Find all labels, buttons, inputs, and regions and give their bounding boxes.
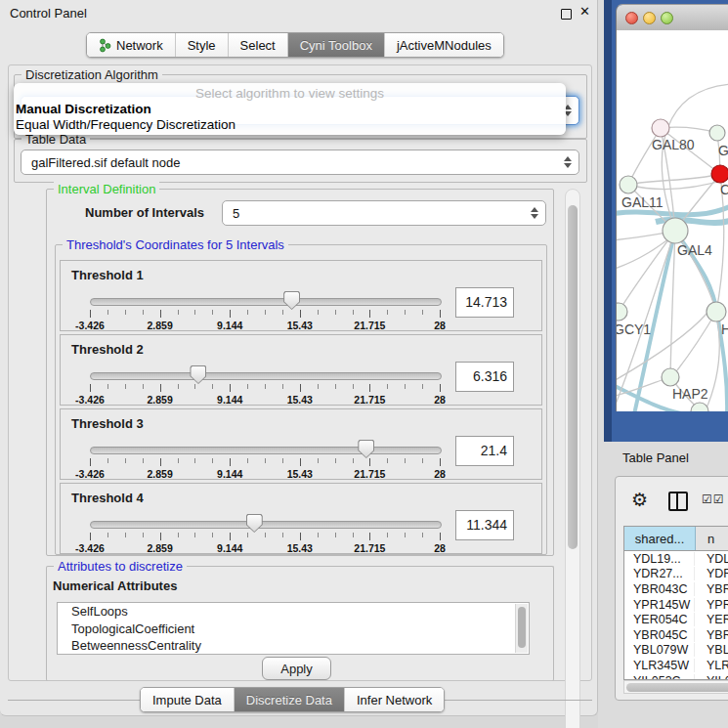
cell-name[interactable]: YBR0 — [695, 582, 728, 596]
tick-mark — [440, 310, 441, 318]
table-row[interactable]: YPR145WYPR1 — [624, 597, 728, 613]
tab-network[interactable]: Network — [87, 33, 176, 57]
tick-label: 9.144 — [217, 394, 242, 406]
network-node-h[interactable] — [707, 302, 726, 321]
cell-shared-name[interactable]: YDL19... — [624, 552, 695, 566]
threshold-panel-3: Threshold 3-3.4262.8599.14415.4321.71528… — [60, 408, 542, 480]
slider-track[interactable] — [90, 298, 442, 306]
tick-mark — [369, 310, 370, 318]
tab-select[interactable]: Select — [229, 33, 288, 57]
float-window-icon[interactable] — [561, 9, 572, 20]
cell-shared-name[interactable]: YER054C — [624, 613, 695, 626]
window-titlebar[interactable] — [617, 5, 728, 31]
network-edge[interactable] — [677, 312, 716, 370]
attribute-item-topologicalcoefficient[interactable]: TopologicalCoefficient — [58, 621, 529, 638]
cell-shared-name[interactable]: YPR145W — [624, 598, 695, 612]
tab-style[interactable]: Style — [176, 33, 229, 57]
tick-mark — [230, 310, 231, 318]
network-edge[interactable] — [628, 174, 720, 185]
table-row[interactable]: YBR045CYBR0 — [624, 627, 728, 643]
tab-cyni-toolbox[interactable]: Cyni Toolbox — [288, 33, 385, 57]
threshold-value-field[interactable]: 6.316 — [455, 362, 514, 392]
tick-label: 2.859 — [147, 542, 172, 554]
close-icon[interactable]: ✕ — [579, 4, 590, 19]
network-node-gcy1[interactable] — [617, 303, 627, 321]
slider-thumb[interactable] — [190, 365, 206, 384]
slider-thumb[interactable] — [358, 440, 374, 458]
close-traffic-light-icon[interactable] — [625, 12, 638, 24]
threshold-value-field[interactable]: 21.4 — [455, 436, 514, 466]
slider-thumb[interactable] — [283, 291, 300, 310]
cell-name[interactable]: YBR0 — [695, 628, 728, 642]
tab-jactivemnodules[interactable]: jActiveMNodules — [385, 33, 503, 57]
cell-name[interactable]: YBL0 — [695, 643, 728, 657]
network-node-c[interactable] — [711, 165, 728, 183]
cell-name[interactable]: YPR1 — [695, 598, 728, 612]
tick-mark — [90, 384, 91, 392]
panel-scrollbar[interactable] — [565, 189, 580, 728]
network-edge[interactable] — [716, 183, 724, 312]
threshold-label: Threshold 4 — [71, 491, 144, 505]
attribute-item-betweennesscentrality[interactable]: BetweennessCentrality — [58, 637, 529, 655]
table-row[interactable]: YBR043CYBR0 — [624, 581, 728, 597]
network-edge[interactable] — [617, 236, 673, 270]
tab-discretize-data[interactable]: Discretize Data — [235, 688, 345, 711]
table-row[interactable]: YIL053CYIL0 — [624, 673, 728, 680]
network-node-hap2[interactable] — [662, 368, 679, 386]
network-node-gal11[interactable] — [620, 176, 637, 193]
gear-icon[interactable]: ⚙ — [631, 490, 648, 509]
tick-mark — [369, 384, 370, 392]
table-data-combobox[interactable]: galFiltered.sif default node — [21, 150, 579, 175]
table-row[interactable]: YDR27...YDR2 — [624, 567, 728, 582]
num-intervals-combobox[interactable]: 5 — [222, 200, 546, 226]
tick-label: -3.426 — [75, 468, 105, 480]
column-header-name[interactable]: n — [696, 527, 728, 550]
network-node-gal80[interactable] — [652, 119, 669, 137]
list-scrollbar-thumb[interactable] — [518, 607, 526, 648]
list-scrollbar[interactable] — [515, 604, 528, 653]
hscrollbar-thumb[interactable] — [626, 683, 728, 692]
network-node-gal4[interactable] — [663, 218, 688, 243]
numerical-attributes-list[interactable]: SelfLoopsTopologicalCoefficientBetweenne… — [57, 602, 530, 655]
cell-shared-name[interactable]: YLR345W — [624, 659, 695, 672]
cell-name[interactable]: YLR3 — [695, 659, 728, 672]
threshold-value-field[interactable]: 14.713 — [455, 287, 514, 318]
slider-track[interactable] — [90, 521, 442, 529]
tick-mark — [178, 533, 179, 537]
table-horizontal-scrollbar[interactable] — [623, 680, 728, 694]
slider-track[interactable] — [90, 447, 442, 454]
apply-button[interactable]: Apply — [262, 657, 331, 680]
cell-shared-name[interactable]: YBR043C — [624, 582, 695, 596]
slider-track[interactable] — [90, 372, 442, 380]
cell-name[interactable]: YDL1 — [695, 552, 728, 566]
tick-mark — [353, 533, 354, 537]
table-row[interactable]: YER054CYER0 — [624, 612, 728, 627]
attribute-item-selfloops[interactable]: SelfLoops — [58, 603, 529, 621]
panel-scrollbar-thumb[interactable] — [568, 205, 578, 549]
tab-infer-network[interactable]: Infer Network — [345, 688, 444, 711]
table-row[interactable]: YBL079WYBL0 — [624, 643, 728, 659]
minimize-traffic-light-icon[interactable] — [643, 12, 656, 24]
dropdown-placeholder-item[interactable]: Select algorithm to view settings — [14, 86, 566, 101]
tab-impute-data[interactable]: Impute Data — [141, 688, 235, 711]
select-columns-checkbox-icons[interactable]: ☑☑ — [702, 492, 725, 506]
cell-shared-name[interactable]: YBR045C — [624, 628, 695, 642]
dropdown-item-equal-width-frequency[interactable]: Equal Width/Frequency Discretization — [16, 117, 236, 132]
threshold-value-field[interactable]: 11.344 — [455, 510, 514, 540]
cell-name[interactable]: YER0 — [695, 613, 728, 626]
tick-mark — [318, 310, 319, 315]
tick-mark — [194, 533, 195, 537]
cell-shared-name[interactable]: YBL079W — [624, 643, 695, 657]
zoom-traffic-light-icon[interactable] — [661, 12, 673, 24]
dropdown-item-manual-discretization[interactable]: Manual Discretization — [16, 102, 151, 116]
slider-thumb[interactable] — [246, 514, 263, 533]
network-node-ga[interactable] — [709, 125, 725, 141]
cell-shared-name[interactable]: YDR27... — [624, 567, 695, 580]
column-header-shared-name[interactable]: shared... — [624, 527, 696, 550]
columns-icon[interactable] — [668, 492, 688, 511]
network-canvas[interactable]: GAL80GACGAL11GAL4GCY1HHAP2 — [617, 30, 728, 411]
cell-name[interactable]: YDR2 — [695, 567, 728, 580]
table-row[interactable]: YLR345WYLR3 — [624, 658, 728, 673]
table-row[interactable]: YDL19...YDL1 — [624, 551, 728, 567]
group-title: Interval Definition — [54, 182, 159, 196]
